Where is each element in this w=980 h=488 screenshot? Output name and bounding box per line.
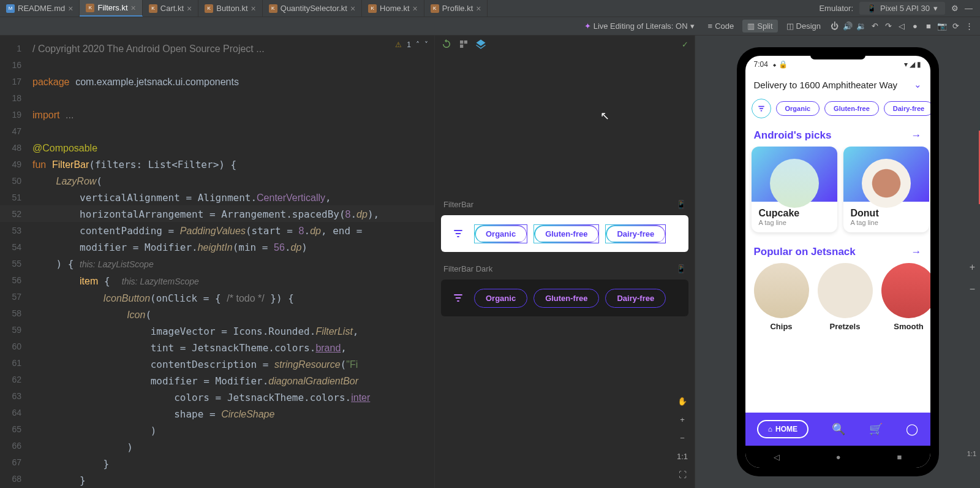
tab-readme[interactable]: MREADME.md× [0, 0, 80, 17]
screenshot-icon[interactable]: 📷 [937, 21, 947, 31]
device-dropdown[interactable]: 📱Pixel 5 API 30▾ [859, 2, 945, 15]
emulator-ratio[interactable]: 1:1 [967, 450, 976, 457]
volume-up-icon[interactable]: 🔊 [843, 21, 853, 31]
card-donut[interactable]: DonutA tag line [843, 147, 929, 232]
zoom-out-icon[interactable]: − [675, 430, 690, 445]
item-smooth[interactable]: Smooth [881, 263, 930, 331]
section-picks: Android's picks→ [745, 124, 930, 147]
card-cupcake[interactable]: CupcakeA tag line [752, 147, 837, 232]
bottom-nav: ⌂ HOME 🔍 🛒 ◯ [745, 413, 930, 446]
mouse-cursor: ↖ [600, 109, 609, 123]
app-chip-dairy[interactable]: Dairy-free [884, 101, 930, 116]
zoom-fit[interactable]: 1:1 [675, 449, 690, 463]
rotate-left-icon[interactable]: ↶ [870, 21, 880, 31]
emulator-zoom: + − [970, 262, 975, 295]
volume-down-icon[interactable]: 🔉 [856, 21, 866, 31]
chip-organic[interactable]: Organic [474, 224, 527, 243]
sys-back-icon[interactable]: ◁ [774, 452, 780, 462]
app-chip-gluten[interactable]: Gluten-free [824, 101, 879, 116]
chip-dairy[interactable]: Dairy-free [605, 224, 666, 243]
zoom-actual-icon[interactable]: ⛶ [675, 467, 690, 482]
tab-quantity[interactable]: KQuantitySelector.kt× [263, 0, 362, 17]
section-popular: Popular on Jetsnack→ [745, 241, 930, 263]
svg-rect-0 [460, 40, 463, 44]
more-icon[interactable]: ⋮ [964, 21, 974, 31]
arrow-right-icon[interactable]: → [911, 129, 922, 142]
zoom-in-icon[interactable]: + [970, 262, 975, 273]
nav-cart-icon[interactable]: 🛒 [869, 422, 883, 436]
system-nav: ◁ ● ■ [745, 446, 930, 468]
preview-filterbar-light: Organic Gluten-free Dairy-free [441, 215, 688, 252]
tab-filters[interactable]: KFilters.kt× [80, 0, 142, 17]
interactive-icon[interactable] [458, 39, 469, 50]
zoom-in-icon[interactable]: + [675, 412, 690, 427]
filter-icon-button[interactable] [752, 99, 771, 118]
preview-toolbar: ✦Live Editing of Literals: ON▾ ≡ Code ▥ … [0, 17, 980, 36]
phone-icon: 📱 [867, 4, 876, 13]
zoom-out-icon[interactable]: − [970, 284, 975, 295]
pan-icon[interactable]: ✋ [675, 394, 690, 408]
deploy-icon[interactable]: 📱 [676, 200, 686, 209]
live-edit-toggle[interactable]: ✦Live Editing of Literals: ON▾ [584, 21, 695, 31]
chip-gluten[interactable]: Gluten-free [533, 224, 599, 243]
preview-zoom-controls: ✋ + − 1:1 ⛶ [675, 394, 690, 482]
tab-button[interactable]: KButton.kt× [198, 0, 263, 17]
nav-home[interactable]: ⌂ HOME [757, 420, 809, 438]
inspection-badge[interactable]: ⚠1˄˅ [395, 40, 428, 49]
back-icon[interactable]: ◁ [897, 21, 907, 31]
svg-rect-2 [460, 45, 463, 48]
check-icon: ✓ [682, 40, 688, 49]
overview-icon[interactable]: ● [910, 21, 920, 31]
nav-search-icon[interactable]: 🔍 [832, 422, 845, 436]
compose-preview: ✓ ↖ FilterBar📱 Organic Gluten-free Dairy… [435, 36, 695, 488]
chip-dairy[interactable]: Dairy-free [605, 289, 666, 308]
chip-gluten[interactable]: Gluten-free [533, 289, 599, 308]
arrow-right-icon[interactable]: → [911, 246, 922, 258]
preview-filterbar-dark: Organic Gluten-free Dairy-free [441, 280, 688, 316]
filter-icon-button[interactable] [448, 288, 468, 308]
delivery-header[interactable]: Delivery to 1600 Amphitheater Way⌄ [745, 73, 930, 96]
svg-rect-1 [464, 40, 467, 44]
gear-icon[interactable]: ⚙ [951, 4, 959, 13]
sys-home-icon[interactable]: ● [836, 452, 841, 462]
view-code[interactable]: ≡ Code [703, 20, 739, 32]
device-screen[interactable]: 7:04 ⬥ 🔒▾ ◢ ▮ Delivery to 1600 Amphithea… [745, 56, 930, 468]
tab-home[interactable]: KHome.kt× [362, 0, 424, 17]
preview-label-light: FilterBar [443, 200, 473, 209]
rebuild-icon[interactable] [441, 39, 452, 50]
minimize-icon[interactable]: — [965, 4, 973, 13]
power-icon[interactable]: ⏻ [829, 21, 839, 31]
emulator-panel: 7:04 ⬥ 🔒▾ ◢ ▮ Delivery to 1600 Amphithea… [695, 36, 980, 488]
view-design[interactable]: ◫ Design [782, 20, 826, 32]
home-nav-icon[interactable]: ■ [924, 21, 933, 31]
tab-profile[interactable]: KProfile.kt× [424, 0, 488, 17]
editor-tabs: MREADME.md× KFilters.kt× KCart.kt× KButt… [0, 0, 980, 17]
preview-label-dark: FilterBar Dark [443, 264, 492, 273]
filter-icon-button[interactable] [448, 224, 468, 243]
item-chips[interactable]: Chips [754, 263, 809, 331]
chip-organic[interactable]: Organic [474, 289, 527, 308]
emulator-selector: Emulator: 📱Pixel 5 API 30▾ ⚙ — [812, 2, 980, 15]
device-frame: 7:04 ⬥ 🔒▾ ◢ ▮ Delivery to 1600 Amphithea… [737, 47, 939, 476]
code-editor[interactable]: 1161718194748495051525354555657585960616… [0, 36, 435, 488]
app-chip-organic[interactable]: Organic [776, 101, 820, 116]
nav-profile-icon[interactable]: ◯ [906, 422, 918, 436]
tab-cart[interactable]: KCart.kt× [143, 0, 198, 17]
item-pretzels[interactable]: Pretzels [818, 263, 873, 331]
line-gutter: 1161718194748495051525354555657585960616… [0, 36, 28, 488]
refresh-icon[interactable]: ⟳ [951, 21, 960, 31]
sys-overview-icon[interactable]: ■ [897, 452, 902, 462]
view-split[interactable]: ▥ Split [742, 20, 777, 32]
deploy-icon[interactable]: 📱 [676, 264, 686, 273]
rotate-right-icon[interactable]: ↷ [883, 21, 893, 31]
app-filterbar: Organic Gluten-free Dairy-free [745, 96, 930, 124]
code-content[interactable]: / Copyright 2020 The Android Open Source… [28, 36, 434, 488]
layers-icon[interactable] [475, 39, 486, 50]
